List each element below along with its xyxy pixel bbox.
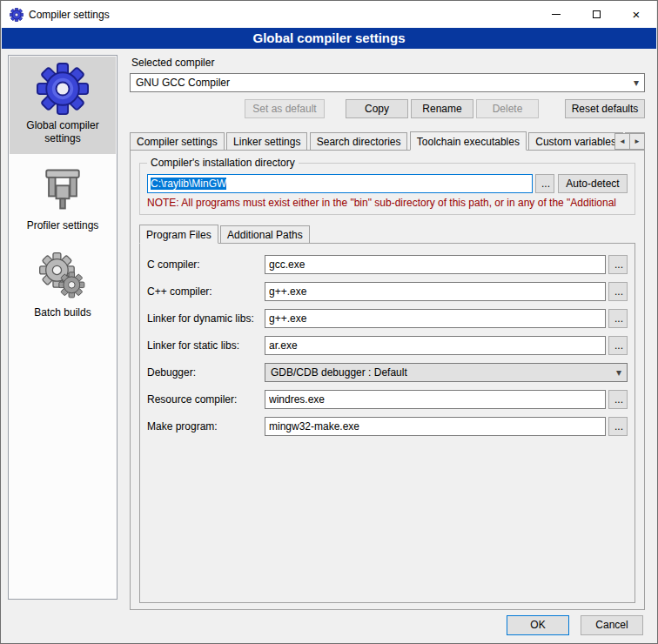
program-files-tab-bar: Program Files Additional Paths: [139, 225, 635, 244]
static-linker-input[interactable]: [265, 336, 606, 355]
compiler-actions: Set as default Copy Rename Delete Reset …: [130, 99, 645, 118]
close-icon: ×: [633, 8, 641, 21]
chevron-down-icon: ▾: [616, 364, 621, 381]
selected-compiler-label: Selected compiler: [131, 57, 645, 69]
compiler-settings-dialog: Compiler settings × Global compiler sett…: [0, 0, 658, 644]
sidebar-item-label: Profiler settings: [27, 219, 99, 232]
static-linker-browse-button[interactable]: ...: [608, 336, 628, 355]
dynamic-linker-browse-button[interactable]: ...: [608, 309, 628, 328]
make-program-row: Make program: ...: [147, 417, 628, 436]
close-button[interactable]: ×: [616, 1, 656, 28]
sidebar-item-label: Batch builds: [34, 306, 91, 319]
cpp-compiler-label: C++ compiler:: [147, 285, 265, 298]
c-compiler-input[interactable]: [265, 255, 606, 274]
dynamic-linker-row: Linker for dynamic libs: ...: [147, 309, 628, 328]
debugger-dropdown[interactable]: GDB/CDB debugger : Default ▾: [265, 363, 628, 382]
installation-directory-browse-button[interactable]: ...: [535, 174, 554, 193]
resource-compiler-browse-button[interactable]: ...: [608, 390, 628, 409]
dynamic-linker-input[interactable]: [265, 309, 606, 328]
sidebar-item-profiler-settings[interactable]: Profiler settings: [10, 157, 116, 241]
resource-compiler-label: Resource compiler:: [147, 393, 265, 406]
tab-search-directories[interactable]: Search directories: [310, 132, 408, 151]
debugger-label: Debugger:: [147, 366, 265, 379]
debugger-row: Debugger: GDB/CDB debugger : Default ▾: [147, 363, 628, 382]
minimize-icon: [552, 14, 561, 15]
settings-category-list: Global compiler settings Profiler settin…: [8, 55, 118, 600]
selected-compiler-dropdown[interactable]: GNU GCC Compiler ▾: [130, 73, 645, 92]
sidebar-item-label: Global compiler settings: [11, 119, 114, 145]
installation-directory-value: C:\raylib\MinGW: [151, 178, 226, 190]
settings-tab-bar: Compiler settings Linker settings Search…: [130, 131, 645, 151]
maximize-icon: [593, 10, 601, 18]
auto-detect-button[interactable]: Auto-detect: [558, 174, 628, 193]
sidebar-item-batch-builds[interactable]: Batch builds: [10, 244, 116, 328]
installation-directory-input[interactable]: C:\raylib\MinGW: [147, 174, 533, 193]
make-program-browse-button[interactable]: ...: [608, 417, 628, 436]
page-title: Global compiler settings: [2, 28, 656, 49]
app-icon: [10, 8, 24, 22]
rename-button[interactable]: Rename: [411, 99, 473, 118]
tab-scroll-left-button[interactable]: ◄: [614, 133, 630, 150]
maximize-button[interactable]: [576, 1, 616, 28]
cpp-compiler-input[interactable]: [265, 282, 606, 301]
resource-compiler-row: Resource compiler: ...: [147, 390, 628, 409]
titlebar: Compiler settings ×: [2, 1, 656, 28]
sidebar-item-global-compiler-settings[interactable]: Global compiler settings: [10, 57, 116, 154]
cpp-compiler-row: C++ compiler: ...: [147, 282, 628, 301]
set-as-default-button: Set as default: [245, 99, 325, 118]
ok-button[interactable]: OK: [507, 615, 569, 635]
tab-additional-paths[interactable]: Additional Paths: [220, 225, 310, 244]
minimize-button[interactable]: [536, 1, 576, 28]
program-files-panel: C compiler: ... C++ compiler: ... Linker…: [139, 243, 635, 603]
debugger-value: GDB/CDB debugger : Default: [271, 366, 407, 379]
tab-linker-settings[interactable]: Linker settings: [226, 132, 307, 151]
selected-compiler-value: GNU GCC Compiler: [136, 77, 230, 89]
chevron-down-icon: ▾: [634, 74, 639, 91]
reset-defaults-button[interactable]: Reset defaults: [565, 99, 645, 118]
resource-compiler-input[interactable]: [265, 390, 606, 409]
main-panel: Selected compiler GNU GCC Compiler ▾ Set…: [130, 55, 645, 610]
toolchain-executables-panel: Compiler's installation directory C:\ray…: [130, 150, 645, 610]
delete-button: Delete: [476, 99, 539, 118]
make-program-label: Make program:: [147, 420, 265, 433]
window-title: Compiler settings: [29, 9, 110, 21]
make-program-input[interactable]: [265, 417, 606, 436]
installation-directory-group: Compiler's installation directory C:\ray…: [139, 163, 635, 215]
installation-directory-group-title: Compiler's installation directory: [147, 157, 299, 169]
tab-compiler-settings[interactable]: Compiler settings: [130, 132, 225, 151]
gear-icon: [37, 63, 89, 115]
tab-toolchain-executables[interactable]: Toolchain executables: [410, 131, 527, 151]
static-linker-row: Linker for static libs: ...: [147, 336, 628, 355]
c-compiler-row: C compiler: ...: [147, 255, 628, 274]
dialog-footer: OK Cancel: [507, 615, 643, 635]
profiler-tool-icon: [37, 163, 89, 215]
tab-scroll-right-button[interactable]: ►: [629, 133, 645, 150]
dynamic-linker-label: Linker for dynamic libs:: [147, 312, 265, 325]
batch-builds-gears-icon: [37, 250, 89, 302]
c-compiler-label: C compiler:: [147, 258, 265, 271]
cpp-compiler-browse-button[interactable]: ...: [608, 282, 628, 301]
tab-custom-variables[interactable]: Custom variables: [528, 132, 623, 151]
tab-program-files[interactable]: Program Files: [139, 225, 218, 244]
bin-subdirectory-note: NOTE: All programs must exist either in …: [147, 197, 628, 209]
copy-button[interactable]: Copy: [346, 99, 408, 118]
cancel-button[interactable]: Cancel: [581, 615, 643, 635]
static-linker-label: Linker for static libs:: [147, 339, 265, 352]
c-compiler-browse-button[interactable]: ...: [608, 255, 628, 274]
